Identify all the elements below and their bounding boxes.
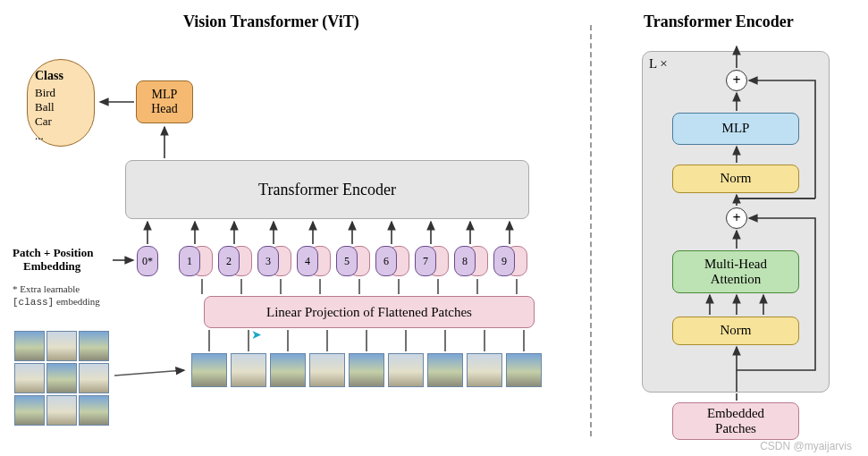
image-patch xyxy=(79,395,109,426)
norm-block-upper: Norm xyxy=(672,165,799,193)
linear-projection-block: Linear Projection of Flattened Patches xyxy=(204,296,535,328)
image-patch xyxy=(309,353,345,387)
class-item: Bird xyxy=(35,86,87,100)
lx-label: L × xyxy=(649,56,668,72)
image-patch xyxy=(427,353,463,387)
image-patch xyxy=(14,331,45,361)
mlp-head-block: MLPHead xyxy=(136,80,193,123)
image-patch xyxy=(467,353,502,387)
token-pill: 2 xyxy=(218,246,240,276)
watermark-text: CSDN @myaijarvis xyxy=(760,440,852,452)
svg-line-31 xyxy=(114,370,184,376)
token-pill: 5 xyxy=(336,246,358,276)
input-image-grid xyxy=(14,331,109,426)
token-pill: 6 xyxy=(375,246,397,276)
image-patch xyxy=(231,353,266,387)
vertical-divider xyxy=(590,25,592,436)
multihead-attention-block: Multi-HeadAttention xyxy=(672,250,799,293)
class-item: Car xyxy=(35,114,87,129)
embedded-patches-block: EmbeddedPatches xyxy=(672,402,799,440)
extra-learnable-note: * Extra learnable [class] embedding xyxy=(13,283,100,309)
token-pill: 8 xyxy=(454,246,476,276)
token-pill: 1 xyxy=(179,246,200,276)
image-patch xyxy=(79,331,109,361)
class-item: ... xyxy=(35,129,87,143)
image-patch xyxy=(46,363,77,393)
mlp-block: MLP xyxy=(672,113,799,145)
token-pill-0: 0* xyxy=(137,246,158,276)
token-pill: 7 xyxy=(415,246,436,276)
encoder-title: Transformer Encoder xyxy=(644,13,794,31)
image-patch xyxy=(191,353,227,387)
norm-block-lower: Norm xyxy=(672,317,799,345)
image-patch xyxy=(46,331,77,361)
image-patch xyxy=(46,395,77,426)
class-heading: Class xyxy=(35,69,87,83)
token-pill: 4 xyxy=(297,246,318,276)
image-patch xyxy=(506,353,542,387)
residual-add-icon: + xyxy=(726,207,747,229)
class-output-box: Class Bird Ball Car ... xyxy=(27,59,95,147)
image-patch xyxy=(14,363,45,393)
patch-position-label: Patch + Position Embedding xyxy=(13,247,93,274)
residual-add-icon: + xyxy=(726,70,747,91)
transformer-encoder-block: Transformer Encoder xyxy=(125,160,529,219)
class-item: Ball xyxy=(35,100,87,114)
token-pill: 9 xyxy=(493,246,515,276)
image-patch xyxy=(14,395,45,426)
mouse-cursor-icon: ➤ xyxy=(251,327,262,342)
image-patch xyxy=(79,363,109,393)
vit-title: Vision Transformer (ViT) xyxy=(183,13,359,31)
image-patch xyxy=(270,353,306,387)
flattened-patch-row xyxy=(191,353,542,387)
image-patch xyxy=(388,353,424,387)
token-pill: 3 xyxy=(257,246,279,276)
image-patch xyxy=(349,353,384,387)
